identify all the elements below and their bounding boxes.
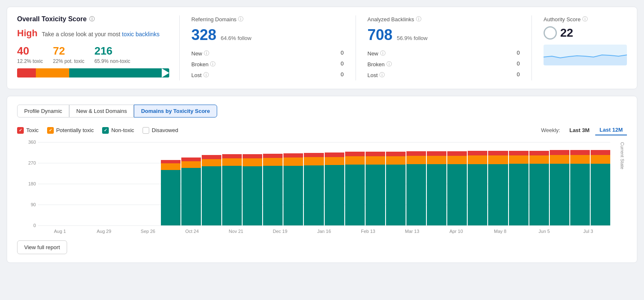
bar-group	[529, 142, 549, 225]
legend-non-toxic: ✓ Non-toxic	[102, 127, 134, 134]
bar-group	[243, 142, 262, 225]
authority-score-num: 22	[560, 26, 573, 40]
bar-group	[79, 142, 98, 225]
legend-pot-toxic: ✓ Potentially toxic	[47, 127, 94, 134]
x-axis-label: Aug 1	[38, 229, 82, 234]
toxic-label: 12.2% toxic	[17, 58, 43, 64]
referring-domains-rows: New ⓘ 0 Broken ⓘ 0 Lost	[191, 48, 344, 80]
bar-group	[509, 142, 529, 225]
referring-new-info-icon[interactable]: ⓘ	[204, 50, 209, 57]
x-axis-label: Feb 13	[346, 229, 390, 234]
bar-group	[202, 142, 221, 225]
referring-lost-row: Lost ⓘ 0	[191, 70, 344, 80]
legend-toxic-check[interactable]: ✓	[17, 127, 24, 134]
chart-area: 360270180900 Current State	[17, 142, 627, 225]
x-axis-label: Jun 5	[522, 229, 566, 234]
bar-group	[406, 142, 426, 225]
x-axis-label: May 8	[478, 229, 522, 234]
analyzed-backlinks-num-row: 708 56.9% follow	[368, 26, 520, 44]
bar-group	[58, 142, 78, 225]
x-axis-label: Aug 29	[82, 229, 126, 234]
chart-grid: 360270180900 Current State	[38, 142, 610, 225]
authority-score-block: Authority Score ⓘ 22	[532, 15, 627, 80]
toxicity-description: Take a close look at your most toxic bac…	[42, 31, 159, 38]
authority-mini-chart	[544, 45, 627, 65]
referring-domains-info-icon[interactable]: ⓘ	[238, 15, 243, 23]
bar-group	[325, 142, 344, 225]
x-axis-label: Oct 24	[170, 229, 214, 234]
tab-domains-toxicity[interactable]: Domains by Toxicity Score	[134, 105, 217, 118]
pot-toxic-num: 72	[53, 45, 84, 58]
bar-red	[17, 68, 36, 78]
bar-group	[263, 142, 283, 225]
overall-toxicity-title: Overall Toxicity Score ⓘ	[17, 15, 169, 23]
bar-group	[447, 142, 467, 225]
analyzed-backlinks-block: Analyzed Backlinks ⓘ 708 56.9% follow Ne…	[356, 15, 532, 80]
bar-group	[283, 142, 303, 225]
authority-score-title: Authority Score ⓘ	[544, 15, 627, 23]
bar-group	[550, 142, 569, 225]
x-axis-label: Sep 26	[126, 229, 170, 234]
analyzed-backlinks-follow: 56.9% follow	[397, 35, 428, 41]
analyzed-new-info-icon[interactable]: ⓘ	[380, 50, 386, 57]
analyzed-backlinks-rows: New ⓘ 0 Broken ⓘ 0 Lost	[368, 48, 520, 80]
analyzed-lost-info-icon[interactable]: ⓘ	[379, 71, 385, 79]
x-axis-label: Jul 3	[566, 229, 610, 234]
referring-domains-follow: 64.6% follow	[221, 35, 252, 41]
toxic-backlinks-link[interactable]: toxic backlinks	[122, 31, 160, 38]
referring-domains-num: 328	[191, 26, 216, 43]
bar-group	[120, 142, 139, 225]
legend-row: ✓ Toxic ✓ Potentially toxic ✓ Non-toxic …	[17, 125, 627, 135]
bar-group	[366, 142, 385, 225]
legend-toxic: ✓ Toxic	[17, 127, 39, 134]
bars-wrapper	[38, 142, 610, 225]
authority-score-circle	[544, 26, 557, 40]
x-axis-label: Dec 19	[258, 229, 302, 234]
analyzed-broken-info-icon[interactable]: ⓘ	[386, 60, 392, 68]
view-full-report-button[interactable]: View full report	[17, 240, 67, 254]
toxicity-level: High	[17, 28, 38, 38]
bar-green	[69, 68, 169, 78]
referring-broken-info-icon[interactable]: ⓘ	[210, 60, 216, 68]
legend-non-toxic-check[interactable]: ✓	[102, 127, 109, 134]
svg-marker-0	[544, 55, 627, 65]
authority-score-row: 22	[544, 26, 627, 40]
toxicity-title-info-icon[interactable]: ⓘ	[89, 15, 95, 23]
legend-non-toxic-label: Non-toxic	[111, 127, 134, 133]
legend-pot-toxic-check[interactable]: ✓	[47, 127, 54, 134]
referring-domains-block: Referring Domains ⓘ 328 64.6% follow New…	[180, 15, 356, 80]
bar-group	[181, 142, 201, 225]
analyzed-backlinks-num: 708	[368, 26, 393, 43]
legend-disavowed-check[interactable]	[143, 127, 149, 134]
chart-tabs: Profile Dynamic New & Lost Domains Domai…	[17, 105, 627, 118]
x-axis-label: Apr 10	[434, 229, 479, 234]
analyzed-backlinks-title: Analyzed Backlinks ⓘ	[368, 15, 520, 23]
legend-toxic-label: Toxic	[26, 127, 39, 133]
bar-group	[161, 142, 180, 225]
pot-toxic-label: 22% pot. toxic	[53, 58, 84, 64]
pot-toxic-score: 72 22% pot. toxic	[53, 45, 84, 64]
stats-sections: Referring Domains ⓘ 328 64.6% follow New…	[180, 15, 627, 80]
tab-profile-dynamic[interactable]: Profile Dynamic	[17, 105, 69, 118]
bar-group	[591, 142, 610, 225]
time-last-3m[interactable]: Last 3M	[565, 125, 594, 135]
time-last-12m[interactable]: Last 12M	[595, 125, 627, 135]
referring-lost-info-icon[interactable]: ⓘ	[203, 71, 209, 79]
bar-group	[222, 142, 242, 225]
x-axis-label: Mar 13	[390, 229, 434, 234]
bar-group	[386, 142, 406, 225]
non-toxic-score: 216 65.9% non-toxic	[94, 45, 130, 64]
analyzed-backlinks-info-icon[interactable]: ⓘ	[416, 15, 421, 23]
x-axis-label: Jan 16	[302, 229, 346, 234]
toxic-score: 40 12.2% toxic	[17, 45, 43, 64]
bar-group	[468, 142, 487, 225]
tab-new-lost-domains[interactable]: New & Lost Domains	[69, 105, 134, 118]
x-axis-label: Nov 21	[214, 229, 258, 234]
authority-score-info-icon[interactable]: ⓘ	[582, 15, 588, 23]
analyzed-new-row: New ⓘ 0	[368, 48, 520, 59]
x-axis: Aug 1Aug 29Sep 26Oct 24Nov 21Dec 19Jan 1…	[17, 229, 627, 234]
analyzed-lost-row: Lost ⓘ 0	[368, 70, 520, 80]
referring-new-row: New ⓘ 0	[191, 48, 344, 59]
bar-group	[140, 142, 160, 225]
bar-orange	[36, 68, 69, 78]
